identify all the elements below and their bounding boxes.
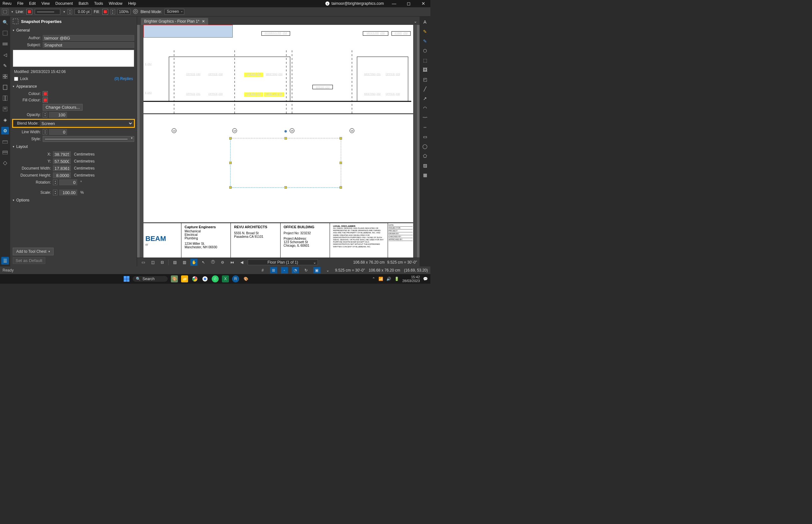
taskbar-app-revu[interactable]: R [232,275,239,282]
menu-revu[interactable]: Revu [2,1,12,6]
x-input[interactable] [53,151,71,157]
measure-icon[interactable] [1,40,9,48]
line-style-select[interactable] [35,9,60,15]
callout-icon[interactable]: ▦ [421,171,428,179]
style-select[interactable]: ▾ [43,136,134,142]
doc-width-input[interactable] [53,165,71,171]
taskbar-clock[interactable]: 15:42 28/03/2023 [402,275,420,283]
zoom-icon[interactable]: ⊖ [219,259,226,266]
rectangle-icon[interactable]: ▭ [421,133,428,140]
snapshot-tool-icon[interactable] [2,9,8,15]
snapshot-icon[interactable] [1,29,9,37]
page-select[interactable]: Floor Plan (1 of 1) [248,260,318,265]
pen-icon[interactable]: ✎ [1,62,9,69]
fit-page-icon[interactable]: ▤ [171,259,178,266]
thumbnails-icon[interactable] [1,83,9,91]
resize-handle-se[interactable] [340,186,342,189]
rotate-handle[interactable] [285,130,287,133]
grid-icon[interactable] [1,73,9,80]
vertical-scrollbar-right[interactable] [413,25,417,258]
split-vertical-icon[interactable]: ◫ [149,259,156,266]
tab-overflow-icon[interactable]: ⌄ [411,18,420,25]
general-section[interactable]: ▾ General [10,26,137,34]
page-icon[interactable]: ▫ [281,267,288,274]
split-horizontal-icon[interactable]: ⊟ [159,259,166,266]
layers-icon[interactable]: ◈ [1,116,9,124]
properties-icon[interactable]: ⚙ [1,127,9,134]
replies-link[interactable]: (0) Replies [114,77,133,81]
highlight-tool-icon[interactable]: ✎ [421,28,428,35]
add-tool-chest-button[interactable]: Add to Tool Chest ▾ [13,248,53,255]
layout-icon[interactable]: ▣ [313,267,320,274]
opacity-spinner[interactable]: ▴▾ [111,9,115,15]
dimension-icon[interactable]: ↔ [421,124,428,131]
first-page-icon[interactable]: ⏮ [229,259,236,266]
lock-checkbox[interactable] [14,77,18,81]
windows-start-icon[interactable] [124,276,129,282]
cloud-icon[interactable]: ▨ [421,162,428,169]
line-width-value[interactable]: 0.00 pt [75,9,91,15]
change-colours-button[interactable]: Change Colours... [43,104,83,111]
menu-batch[interactable]: Batch [79,1,88,6]
taskbar-app-explorer[interactable]: 📁 [181,275,188,282]
snapshot-dropdown-icon[interactable]: ▾ [12,10,13,13]
text-select-icon[interactable]: Ⓣ [209,259,216,266]
tray-volume-icon[interactable]: 🔊 [386,277,391,281]
colour-swatch[interactable] [43,91,48,96]
layout-section[interactable]: ▾ Layout [10,143,137,151]
tag-icon[interactable]: ◁ [1,51,9,59]
subject-input[interactable] [43,42,134,48]
arrow-tool-icon[interactable]: ↗ [421,95,428,102]
blend-mode-select[interactable]: Screen [164,9,184,15]
resize-handle-e[interactable] [340,162,342,164]
user-account[interactable]: taimoor@brightergraphics.com [325,1,384,6]
tray-wifi-icon[interactable]: 📶 [378,277,383,281]
tray-notifications-icon[interactable]: 💬 [423,277,428,281]
pan-tool-icon[interactable]: ✋ [190,259,197,266]
menu-window[interactable]: Window [109,1,123,6]
crop-icon[interactable]: ◰ [421,76,428,83]
snap-toggle-icon[interactable]: ⊞ [270,267,277,274]
toolchest-icon[interactable] [1,149,9,156]
fit-width-icon[interactable]: ▥ [181,259,188,266]
doc-height-input[interactable] [53,173,71,178]
tray-chevron-icon[interactable]: ⌃ [372,277,375,281]
opacity-input[interactable] [49,112,67,118]
line-width-input[interactable] [49,129,67,135]
taskbar-app-chrome2[interactable] [201,275,209,282]
author-input[interactable] [43,35,134,41]
menu-view[interactable]: View [42,1,50,6]
hatch-icon[interactable] [133,9,138,15]
menu-edit[interactable]: Edit [29,1,36,6]
menu-document[interactable]: Document [55,1,73,6]
single-page-icon[interactable]: ▭ [140,259,147,266]
selection-marquee[interactable] [230,138,341,188]
taskbar-app-paint[interactable]: 🎨 [171,275,178,282]
fill-color-swatch[interactable] [102,9,108,15]
reuse-icon[interactable]: ↻ [303,267,310,274]
markups-icon[interactable] [1,105,9,113]
menu-help[interactable]: Help [128,1,136,6]
polygon2-icon[interactable]: ⬠ [421,152,428,159]
line-tool-icon[interactable]: ╱ [421,85,428,93]
stamp-icon[interactable]: ⬚ [421,57,428,64]
y-input[interactable] [53,159,71,164]
compare-icon[interactable] [1,94,9,102]
page-canvas[interactable]: WOMEN'S RR 254 MEN'S RR 258 STAIR 259 E … [144,25,413,258]
taskbar-app-chrome[interactable] [191,275,198,282]
options-section[interactable]: ▾ Options [10,196,137,204]
scale-input[interactable] [59,190,77,195]
tray-battery-icon[interactable]: 🔋 [394,277,399,281]
taskbar-search[interactable]: 🔍 Search [133,276,168,282]
sets-icon[interactable] [1,159,9,167]
document-tab[interactable]: Brighter Graphics - Floor Plan 1* ✕ [141,18,208,25]
panel-toggle-icon[interactable]: ☰ [1,257,9,264]
grid-toggle-icon[interactable]: # [259,267,266,274]
menu-tools[interactable]: Tools [94,1,103,6]
select-tool-icon[interactable]: ↖ [200,259,207,266]
text-tool-icon[interactable]: A [421,18,428,26]
taskbar-app-other[interactable]: 🎨 [242,275,249,282]
taskbar-app-whatsapp[interactable]: ✆ [212,275,219,282]
resize-handle-sw[interactable] [229,186,232,189]
line-color-swatch[interactable] [27,9,32,15]
